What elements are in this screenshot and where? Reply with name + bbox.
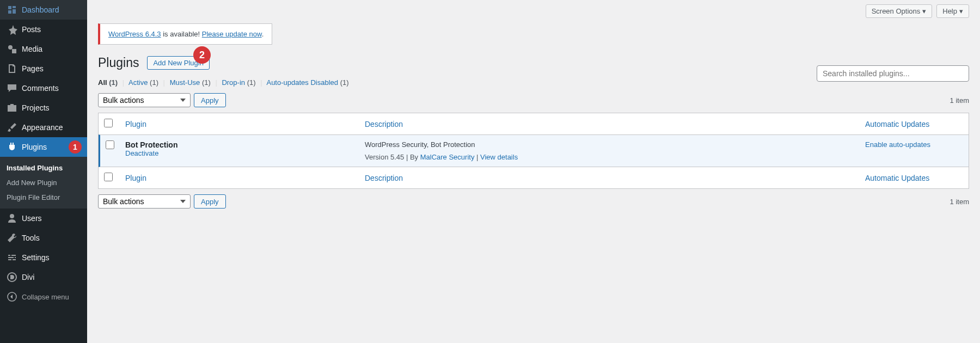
filter-active[interactable]: Active (1) xyxy=(128,78,158,87)
sidebar-item-users[interactable]: Users xyxy=(0,209,87,219)
filter-all[interactable]: All (1) xyxy=(98,78,118,87)
enable-auto-updates-link[interactable]: Enable auto-updates xyxy=(865,140,930,149)
plugin-author-link[interactable]: MalCare Security xyxy=(420,153,475,161)
main-content: Screen Options ▾ Help ▾ WordPress 6.4.3 … xyxy=(87,0,980,219)
update-now-link[interactable]: Please update now xyxy=(202,30,262,38)
sidebar-item-label: Comments xyxy=(22,84,59,93)
media-icon xyxy=(7,44,17,54)
pin-icon xyxy=(7,24,17,35)
sidebar-item-media[interactable]: Media xyxy=(0,39,87,59)
filter-drop-in[interactable]: Drop-in (1) xyxy=(222,78,255,87)
view-details-link[interactable]: View details xyxy=(480,153,518,161)
col-description-foot[interactable]: Description xyxy=(359,167,860,188)
sidebar-item-label: Plugins xyxy=(22,143,47,151)
chevron-down-icon: ▾ xyxy=(922,7,926,15)
sidebar-item-posts[interactable]: Posts xyxy=(0,20,87,39)
apply-button-bottom[interactable]: Apply xyxy=(194,194,226,209)
plugin-description: WordPress Security, Bot Protection xyxy=(365,140,854,149)
search-box xyxy=(817,65,969,82)
plugins-table: Plugin Description Automatic Updates Bot… xyxy=(98,113,969,189)
portfolio-icon xyxy=(7,102,17,113)
sidebar-item-label: Appearance xyxy=(22,123,63,132)
sidebar-item-label: Posts xyxy=(22,25,41,34)
sidebar-item-label: Pages xyxy=(22,64,44,73)
wordpress-version-link[interactable]: WordPress 6.4.3 xyxy=(108,30,161,38)
item-count-bottom: 1 item xyxy=(950,198,969,206)
deactivate-link[interactable]: Deactivate xyxy=(125,149,158,157)
select-all-checkbox[interactable] xyxy=(104,119,113,127)
screen-options-button[interactable]: Screen Options ▾ xyxy=(866,4,933,18)
bulk-action-select-bottom[interactable]: Bulk actions xyxy=(98,194,191,209)
pages-icon xyxy=(7,63,17,74)
user-icon xyxy=(7,213,17,219)
col-plugin[interactable]: Plugin xyxy=(120,113,359,134)
bulk-actions-bottom: Bulk actions Apply xyxy=(98,194,226,209)
col-auto-updates-foot[interactable]: Automatic Updates xyxy=(860,167,969,188)
submenu-plugin-file-editor[interactable]: Plugin File Editor xyxy=(0,190,87,205)
help-button[interactable]: Help ▾ xyxy=(936,4,969,18)
sidebar-item-label: Projects xyxy=(22,103,50,112)
apply-button[interactable]: Apply xyxy=(194,93,226,107)
top-bar: Screen Options ▾ Help ▾ xyxy=(87,0,980,18)
notice-text: is available! xyxy=(161,30,202,38)
submenu-installed-plugins[interactable]: Installed Plugins xyxy=(0,161,87,175)
sidebar-item-appearance[interactable]: Appearance xyxy=(0,118,87,137)
admin-sidebar: Dashboard Posts Media Pages Comments Pro… xyxy=(0,0,87,219)
plugin-checkbox[interactable] xyxy=(106,140,114,149)
sidebar-item-label: Media xyxy=(22,45,42,53)
sidebar-item-comments[interactable]: Comments xyxy=(0,78,87,98)
chevron-down-icon: ▾ xyxy=(959,7,963,15)
bulk-actions-top: Bulk actions Apply xyxy=(98,93,226,107)
sidebar-item-dashboard[interactable]: Dashboard xyxy=(0,0,87,20)
plugin-update-badge: 1 xyxy=(69,140,82,154)
item-count: 1 item xyxy=(950,96,969,105)
plugin-name: Bot Protection xyxy=(125,140,354,149)
sidebar-item-plugins[interactable]: Plugins 1 xyxy=(0,137,87,157)
filter-must-use[interactable]: Must-Use (1) xyxy=(170,78,211,87)
update-notice: WordPress 6.4.3 is available! Please upd… xyxy=(98,23,272,45)
dashboard-icon xyxy=(7,4,17,15)
tablenav-top: Bulk actions Apply 1 item xyxy=(98,93,969,107)
col-auto-updates[interactable]: Automatic Updates xyxy=(860,113,969,134)
col-description[interactable]: Description xyxy=(359,113,860,134)
sidebar-item-pages[interactable]: Pages xyxy=(0,59,87,78)
filter-auto-updates-disabled[interactable]: Auto-updates Disabled (1) xyxy=(266,78,348,87)
svg-point-1 xyxy=(10,214,14,218)
svg-point-0 xyxy=(8,45,13,50)
comment-icon xyxy=(7,83,17,94)
annotation-badge-2: 2 xyxy=(193,46,211,64)
plugins-submenu: Installed Plugins Add New Plugin Plugin … xyxy=(0,157,87,209)
sidebar-item-projects[interactable]: Projects xyxy=(0,98,87,118)
tablenav-bottom: Bulk actions Apply 1 item xyxy=(98,194,969,209)
bulk-action-select[interactable]: Bulk actions xyxy=(98,93,191,107)
sidebar-item-label: Dashboard xyxy=(22,5,59,14)
search-input[interactable] xyxy=(817,65,969,82)
col-plugin-foot[interactable]: Plugin xyxy=(120,167,359,188)
notice-period: . xyxy=(262,30,264,38)
plugin-row: Bot Protection Deactivate WordPress Secu… xyxy=(99,134,969,167)
plugin-meta: Version 5.45 | By MalCare Security | Vie… xyxy=(365,153,854,161)
page-title: Plugins xyxy=(98,56,139,70)
content-wrap: WordPress 6.4.3 is available! Please upd… xyxy=(87,18,980,219)
plug-icon xyxy=(7,142,17,152)
sidebar-item-label: Users xyxy=(22,214,42,219)
submenu-add-new-plugin[interactable]: Add New Plugin xyxy=(0,175,87,190)
brush-icon xyxy=(7,122,17,133)
select-all-checkbox-bottom[interactable] xyxy=(104,173,113,181)
